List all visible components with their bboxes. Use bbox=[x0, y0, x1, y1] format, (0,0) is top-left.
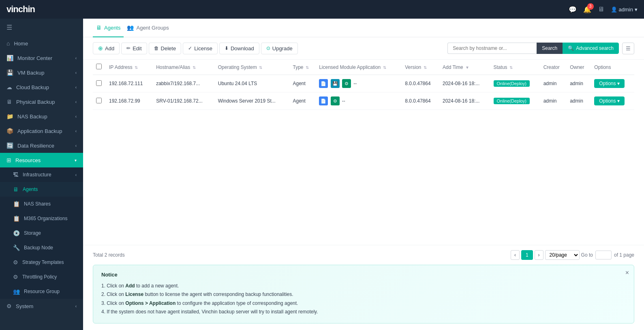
topbar: vinchin 💬 🔔 3 🖥 👤 admin ▾ bbox=[0, 0, 644, 19]
col-type: Type ⇅ bbox=[289, 60, 316, 75]
sidebar-label-cloud-backup: Cloud Backup bbox=[16, 84, 49, 90]
sidebar-item-physical-backup[interactable]: 🖥 Physical Backup ‹ bbox=[0, 94, 83, 109]
row-addtime-1: 2024-08-16 18:... bbox=[439, 75, 490, 92]
sidebar-item-backup-node[interactable]: 🔧 Backup Node bbox=[0, 240, 83, 255]
notice-item-3: 3. Click on Options > Application to con… bbox=[101, 299, 626, 308]
row-hostname-2: SRV-01/192.168.72... bbox=[153, 92, 215, 110]
sort-licensed-icon[interactable]: ⇅ bbox=[383, 65, 386, 70]
chevron-right-icon-7: ‹ bbox=[75, 144, 77, 148]
chevron-right-icon-system: ‹ bbox=[75, 304, 77, 309]
row-os-2: Windows Server 2019 St... bbox=[215, 92, 290, 110]
row-module-2: 📄 ⚙ -- bbox=[316, 92, 402, 110]
comment-icon[interactable]: 💬 bbox=[569, 6, 577, 13]
monitor-icon[interactable]: 🖥 bbox=[598, 6, 604, 13]
pagination-controls: ‹ 1 › 20/page 50/page 100/page Go to 1 o… bbox=[511, 250, 634, 260]
sidebar-item-m365[interactable]: 📋 M365 Organizations bbox=[0, 211, 83, 226]
tab-agent-groups-label: Agent Groups bbox=[136, 25, 169, 31]
row-creator-1: admin bbox=[540, 75, 567, 92]
sidebar-item-throttling-policy[interactable]: ⚙ Throttling Policy bbox=[0, 270, 83, 284]
sort-hostname-icon[interactable]: ⇅ bbox=[193, 65, 196, 70]
download-button[interactable]: ⬇ Download bbox=[219, 43, 259, 54]
options-button-1[interactable]: Options ▾ bbox=[594, 79, 625, 88]
sort-status-icon[interactable]: ⇅ bbox=[509, 65, 513, 70]
row-ip-2: 192.168.72.99 bbox=[106, 92, 153, 110]
page-1-button[interactable]: 1 bbox=[521, 250, 533, 260]
sidebar-item-application-backup[interactable]: 📦 Application Backup ‹ bbox=[0, 124, 83, 138]
row-owner-1: admin bbox=[567, 75, 591, 92]
status-badge-1: Online(Deploy) bbox=[494, 80, 530, 87]
search-input[interactable] bbox=[447, 43, 537, 54]
goto-input[interactable]: 1 bbox=[595, 251, 612, 259]
user-menu[interactable]: 👤 admin ▾ bbox=[611, 6, 638, 13]
advanced-search-button[interactable]: 🔍 Advanced search bbox=[563, 43, 619, 54]
col-hostname: Hostname/Alias ⇅ bbox=[153, 60, 215, 75]
search-button[interactable]: Search bbox=[537, 43, 563, 54]
tab-agents-label: Agents bbox=[104, 25, 120, 31]
upgrade-icon: ⊙ bbox=[266, 45, 270, 51]
sidebar-item-data-resilience[interactable]: 🔄 Data Resilience ‹ bbox=[0, 138, 83, 153]
upgrade-button[interactable]: ⊙ Upgrade bbox=[261, 43, 298, 54]
col-add-time: Add Time ▼ bbox=[439, 60, 490, 75]
notification-badge: 3 bbox=[587, 3, 594, 10]
sidebar-item-strategy-templates[interactable]: ⚙ Strategy Templates bbox=[0, 255, 83, 270]
sidebar-label-agents: Agents bbox=[23, 186, 38, 192]
sidebar-item-agents[interactable]: 🖥 Agents bbox=[0, 182, 83, 197]
chevron-right-icon-2: ‹ bbox=[75, 71, 77, 75]
chevron-down-icon-resources: ▾ bbox=[75, 158, 77, 163]
notification-icon[interactable]: 🔔 3 bbox=[583, 6, 591, 13]
edit-button[interactable]: ✏ Edit bbox=[121, 43, 147, 54]
notice-close-button[interactable]: × bbox=[625, 269, 629, 276]
add-icon: ⊕ bbox=[98, 45, 103, 51]
row-owner-2: admin bbox=[567, 92, 591, 110]
edit-icon: ✏ bbox=[126, 45, 131, 51]
select-all-checkbox[interactable] bbox=[96, 64, 102, 69]
agents-table-wrap: IP Address ⇅ Hostname/Alias ⇅ Operating … bbox=[83, 60, 644, 245]
sidebar-label-monitor-center: Monitor Center bbox=[17, 55, 52, 61]
row-checkbox-1[interactable] bbox=[96, 80, 102, 86]
sort-version-icon[interactable]: ⇅ bbox=[424, 65, 427, 70]
resources-icon: ⊞ bbox=[6, 157, 11, 163]
list-view-button[interactable]: ☰ bbox=[622, 43, 634, 54]
prev-page-button[interactable]: ‹ bbox=[511, 250, 520, 260]
license-button[interactable]: ✓ License bbox=[183, 43, 218, 54]
sidebar-label-resource-group: Resource Group bbox=[24, 289, 60, 294]
sidebar-item-resource-group[interactable]: 👥 Resource Group bbox=[0, 284, 83, 299]
sidebar-item-home[interactable]: ⌂ Home bbox=[0, 36, 83, 51]
sidebar-item-resources[interactable]: ⊞ Resources ▾ bbox=[0, 153, 83, 167]
m365-icon: 📋 bbox=[13, 215, 20, 222]
sidebar-label-resources: Resources bbox=[15, 157, 41, 163]
topbar-right: 💬 🔔 3 🖥 👤 admin ▾ bbox=[569, 6, 638, 13]
tab-agents[interactable]: 🖥 Agents bbox=[93, 19, 124, 37]
sidebar-item-monitor-center[interactable]: 📊 Monitor Center ‹ bbox=[0, 51, 83, 65]
status-badge-2: Online(Deploy) bbox=[494, 98, 530, 104]
next-page-button[interactable]: › bbox=[535, 250, 543, 260]
sidebar-item-system[interactable]: ⚙ System ‹ bbox=[0, 299, 83, 313]
per-page-select[interactable]: 20/page 50/page 100/page bbox=[545, 250, 580, 260]
sidebar-item-vm-backup[interactable]: 💾 VM Backup ‹ bbox=[0, 65, 83, 80]
storage-icon: 💿 bbox=[13, 230, 20, 236]
home-icon: ⌂ bbox=[6, 40, 10, 47]
options-button-2[interactable]: Options ▾ bbox=[594, 96, 625, 105]
sort-os-icon[interactable]: ⇅ bbox=[259, 65, 262, 70]
sort-ip-icon[interactable]: ⇅ bbox=[135, 65, 138, 70]
system-icon: ⚙ bbox=[6, 303, 12, 309]
sidebar-label-nas-backup: NAS Backup bbox=[17, 114, 47, 120]
sidebar-item-cloud-backup[interactable]: ☁ Cloud Backup ‹ bbox=[0, 80, 83, 94]
sidebar-toggle[interactable]: ☰ bbox=[0, 19, 83, 36]
add-button[interactable]: ⊕ Add bbox=[93, 42, 120, 54]
chevron-right-icon-6: ‹ bbox=[75, 129, 77, 133]
vm-backup-icon: 💾 bbox=[6, 69, 13, 76]
sidebar-item-nas-shares[interactable]: 📋 NAS Shares bbox=[0, 197, 83, 211]
sort-type-icon[interactable]: ⇅ bbox=[306, 65, 309, 70]
sidebar-item-storage[interactable]: 💿 Storage bbox=[0, 226, 83, 240]
sidebar-item-infrastructure[interactable]: 🏗 Infrastructure ‹ bbox=[0, 167, 83, 182]
tab-agent-groups[interactable]: 👥 Agent Groups bbox=[124, 19, 172, 37]
chevron-right-icon-5: ‹ bbox=[75, 114, 77, 119]
notice-item-4: 4. If the system does not have agent ins… bbox=[101, 308, 626, 317]
row-checkbox-2[interactable] bbox=[96, 98, 102, 103]
delete-icon: 🗑 bbox=[154, 45, 159, 51]
sort-time-icon[interactable]: ▼ bbox=[465, 65, 469, 70]
sidebar-item-nas-backup[interactable]: 📁 NAS Backup ‹ bbox=[0, 109, 83, 124]
delete-button[interactable]: 🗑 Delete bbox=[149, 43, 182, 54]
chevron-right-icon-4: ‹ bbox=[75, 100, 77, 104]
